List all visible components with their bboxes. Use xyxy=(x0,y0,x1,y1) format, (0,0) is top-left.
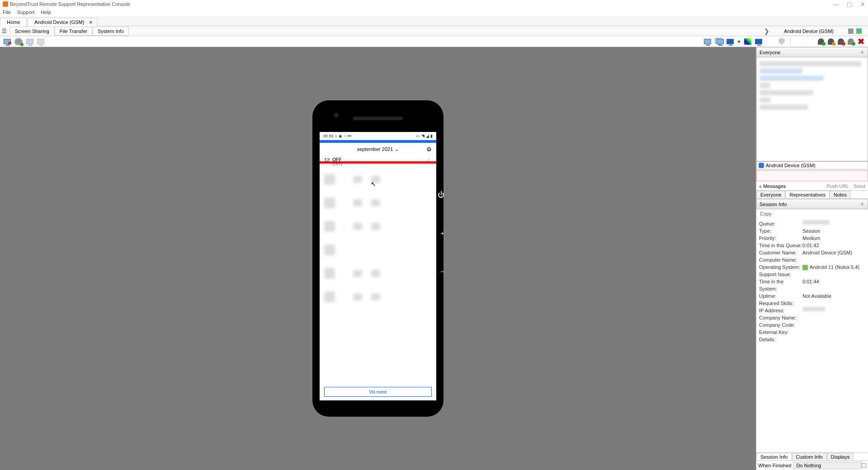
minitab-everyone[interactable]: Everyone xyxy=(756,191,785,198)
device-screen[interactable]: 08.56 ▪ ◉ ▫ ••• ▭ ◥ ◢ ▮ september 2021 ⌄ xyxy=(320,132,436,400)
session-bottom-tabs: Session Info Custom Info Displays xyxy=(756,452,868,461)
status-time: 08.56 xyxy=(323,134,334,138)
end-session-icon[interactable]: ✖ xyxy=(858,37,864,47)
refresh-icon[interactable] xyxy=(856,28,862,34)
info-os-label: Operating System: xyxy=(759,263,802,271)
color-quality-icon[interactable] xyxy=(744,38,751,45)
bottab-displays-label: Displays xyxy=(831,454,850,460)
chat-messages-list[interactable] xyxy=(756,57,868,161)
display-multi-icon[interactable] xyxy=(715,38,723,45)
minitab-notes-label: Notes xyxy=(834,192,847,197)
when-finished-value: Do Nothing xyxy=(796,463,821,468)
info-uptime-value: Not Available xyxy=(802,292,831,300)
subtab-system-info[interactable]: System Info xyxy=(93,27,129,36)
toolbar-separator xyxy=(790,38,791,46)
status-more-icon: ••• xyxy=(347,134,351,138)
minitab-reps-label: Representatives xyxy=(789,192,826,197)
messages-back-link[interactable]: « Messages xyxy=(759,183,786,189)
display-blue-icon[interactable] xyxy=(726,39,734,44)
list-item[interactable] xyxy=(324,287,432,307)
month-selector[interactable]: september 2021 ⌄ ⚙ xyxy=(320,143,436,155)
representative-link-icon[interactable] xyxy=(848,38,854,45)
footer-box-icon[interactable] xyxy=(862,463,866,468)
display-1-icon[interactable] xyxy=(704,39,711,44)
bottab-custom-label: Custom Info xyxy=(796,454,823,460)
copy-button[interactable]: Copy xyxy=(756,209,868,218)
stop-screen-share-icon[interactable] xyxy=(4,39,11,44)
window-close-button[interactable]: ✕ xyxy=(860,1,865,8)
info-customer-label: Customer Name: xyxy=(759,249,802,256)
subtab-screen-sharing[interactable]: Screen Sharing xyxy=(10,27,54,36)
privacy-shield-icon[interactable] xyxy=(778,38,785,45)
menu-help[interactable]: Help xyxy=(41,9,51,15)
chevron-down-icon: ⌄ xyxy=(395,146,399,152)
representative-add-icon[interactable] xyxy=(818,38,824,45)
list-item[interactable] xyxy=(324,216,432,237)
info-timesystem-label: Time in the System: xyxy=(759,278,802,292)
tab-home[interactable]: Home xyxy=(0,18,27,26)
bottab-session-info[interactable]: Session Info xyxy=(756,453,792,461)
minitab-notes[interactable]: Notes xyxy=(830,191,851,198)
menu-icon[interactable]: ☰ xyxy=(2,28,8,34)
chat-input[interactable] xyxy=(756,170,868,181)
remote-screen-viewport[interactable]: 08.56 ▪ ◉ ▫ ••• ▭ ◥ ◢ ▮ september 2021 ⌄ xyxy=(0,47,756,470)
push-url-button[interactable]: Push URL xyxy=(826,183,849,189)
chevron-right-icon[interactable]: ❯ xyxy=(764,28,769,35)
bottab-custom-info[interactable]: Custom Info xyxy=(792,453,827,461)
list-item[interactable] xyxy=(324,193,432,213)
gear-icon[interactable]: ⚙ xyxy=(426,146,432,153)
add-participant-icon[interactable]: ＋ xyxy=(859,48,865,56)
chat-target-row[interactable]: Android Device (GSM) xyxy=(756,161,868,169)
mouse-control-icon[interactable] xyxy=(14,38,23,45)
status-battery-icon: ▮ xyxy=(430,134,433,138)
menu-file[interactable]: File xyxy=(3,9,11,15)
more-vert-icon[interactable]: ⋮ xyxy=(425,157,432,166)
menubar: File Support Help xyxy=(0,8,868,16)
info-companycode-label: Company Code: xyxy=(759,321,802,329)
android-icon xyxy=(802,265,808,270)
session-info-header: Session Info ＋ xyxy=(756,199,868,209)
info-supportissue-label: Support Issue: xyxy=(759,271,802,278)
calendar-body: 12 OFF (OFF) ⋮ xyxy=(320,155,436,312)
minitab-everyone-label: Everyone xyxy=(760,192,781,197)
window-minimize-button[interactable]: — xyxy=(833,1,839,8)
info-uptime-label: Uptime: xyxy=(759,292,802,300)
window-maximize-button[interactable]: ▢ xyxy=(847,1,852,8)
minitab-representatives[interactable]: Representatives xyxy=(785,191,830,198)
list-item[interactable] xyxy=(324,240,432,260)
display-dropdown-icon[interactable]: ▾ xyxy=(737,38,741,45)
info-os-text: Android 11 (Nokia 5.4) xyxy=(810,264,859,270)
show-more-label: Vis mere xyxy=(369,390,387,395)
home-icon[interactable] xyxy=(848,28,854,34)
subtab-screen-sharing-label: Screen Sharing xyxy=(15,28,49,34)
volume-up-icon[interactable]: + xyxy=(440,229,444,237)
window-titlebar: BeyondTrust Remote Support Representativ… xyxy=(0,0,868,8)
power-button-icon[interactable]: ⏻ xyxy=(438,191,444,198)
status-signal-icon: ◢ xyxy=(426,134,429,138)
menu-support[interactable]: Support xyxy=(17,9,35,15)
representative-transfer-icon[interactable] xyxy=(828,38,834,45)
list-item[interactable] xyxy=(324,263,432,284)
info-ip-label: IP Address: xyxy=(759,307,802,314)
volume-down-icon[interactable]: − xyxy=(440,268,444,275)
monitor-dim-icon[interactable] xyxy=(26,39,33,44)
session-toolbar: ▾ ✖ xyxy=(0,36,868,47)
tab-android-device[interactable]: Android Device (GSM) × xyxy=(28,18,97,26)
when-finished-select[interactable]: Do Nothing xyxy=(793,462,862,469)
list-item[interactable] xyxy=(324,169,432,190)
expand-session-info-icon[interactable]: ＋ xyxy=(859,200,865,208)
show-more-button[interactable]: Vis mere xyxy=(324,387,432,397)
info-queue-label: Queue: xyxy=(759,220,802,227)
bottab-displays[interactable]: Displays xyxy=(827,453,854,461)
close-tab-icon[interactable]: × xyxy=(89,19,92,25)
display-select-icon[interactable] xyxy=(755,39,762,44)
subtab-file-transfer[interactable]: File Transfer xyxy=(55,27,92,36)
day-off-label: OFF xyxy=(332,157,342,162)
app-icon xyxy=(3,1,8,7)
device-name-label: Android Device (GSM) xyxy=(784,28,834,34)
monitor-gray-icon[interactable] xyxy=(37,39,44,44)
representative-remove-icon[interactable] xyxy=(838,38,844,45)
info-companyname-label: Company Name: xyxy=(759,314,802,321)
send-button[interactable]: Send xyxy=(854,183,865,189)
session-info-grid: Queue: Type:Session Priority:Medium Time… xyxy=(756,218,868,452)
